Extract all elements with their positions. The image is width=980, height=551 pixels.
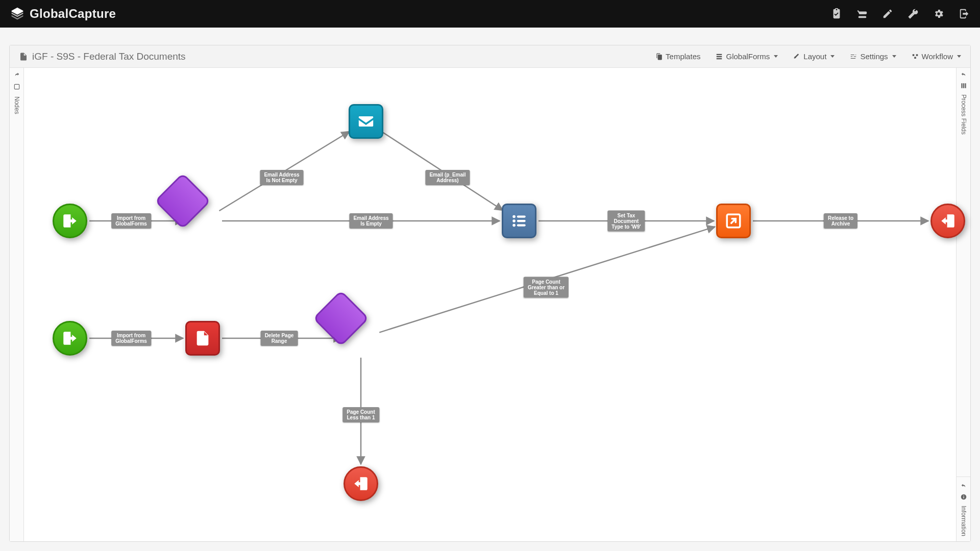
docx-icon bbox=[194, 330, 211, 347]
undo-icon[interactable] bbox=[960, 72, 967, 79]
edge-label[interactable]: Set Tax Document Type to 'W9' bbox=[607, 211, 645, 232]
menu-globalforms[interactable]: GlobalForms bbox=[716, 52, 778, 61]
rail-information[interactable]: Information bbox=[960, 483, 967, 541]
menu-layout[interactable]: Layout bbox=[793, 52, 835, 61]
workflow-wires bbox=[24, 68, 956, 541]
menu-workflow-label: Workflow bbox=[922, 52, 953, 61]
edge-label[interactable]: Email (p_Email Address) bbox=[425, 170, 470, 185]
topbar-actions bbox=[831, 8, 970, 19]
condition-node-2[interactable] bbox=[341, 318, 381, 358]
menu-templates[interactable]: Templates bbox=[655, 52, 700, 61]
export-node[interactable] bbox=[716, 204, 751, 238]
rail-nodes[interactable]: Nodes bbox=[10, 68, 24, 541]
edge-label[interactable]: Email Address Is Empty bbox=[349, 213, 393, 229]
edge-label[interactable]: Email Address Is Not Empty bbox=[260, 170, 303, 185]
menu-globalforms-label: GlobalForms bbox=[726, 52, 770, 61]
menu-workflow[interactable]: Workflow bbox=[912, 52, 961, 61]
document-icon bbox=[19, 52, 28, 61]
rail-nodes-label: Nodes bbox=[13, 96, 20, 114]
document-title: iGF - S9S - Federal Tax Documents bbox=[19, 51, 186, 62]
header-menus: Templates GlobalForms Layout Settings Wo… bbox=[655, 52, 961, 61]
menu-settings[interactable]: Settings bbox=[850, 52, 896, 61]
export-icon bbox=[725, 212, 742, 230]
scanner-icon[interactable] bbox=[856, 8, 868, 19]
rail-process-fields-label: Process Fields bbox=[960, 94, 967, 135]
square-icon[interactable] bbox=[13, 83, 20, 90]
workflow-icon bbox=[912, 53, 919, 60]
wrench-icon[interactable] bbox=[908, 8, 919, 19]
edge-label[interactable]: Import from GlobalForms bbox=[111, 213, 151, 229]
info-icon[interactable] bbox=[960, 493, 967, 500]
svg-rect-0 bbox=[14, 84, 19, 89]
brand-logo-icon bbox=[10, 7, 24, 21]
edge-label[interactable]: Delete Page Range bbox=[261, 331, 298, 346]
pencil-icon[interactable] bbox=[882, 8, 893, 19]
start-node-2[interactable] bbox=[53, 321, 87, 356]
clipboard-check-icon[interactable] bbox=[831, 8, 842, 19]
list-icon bbox=[510, 212, 528, 230]
brand: GlobalCapture bbox=[10, 7, 116, 21]
rail-process-fields[interactable]: Process Fields bbox=[960, 72, 967, 135]
import-icon bbox=[61, 212, 79, 230]
topbar: GlobalCapture bbox=[0, 0, 980, 28]
email-node[interactable] bbox=[349, 104, 383, 139]
columns-icon[interactable] bbox=[960, 82, 967, 89]
workflow-canvas[interactable]: Import from GlobalFormsEmail Address Is … bbox=[24, 68, 956, 541]
workflow-card: iGF - S9S - Federal Tax Documents Templa… bbox=[9, 45, 971, 542]
copy-icon bbox=[655, 53, 663, 60]
brush-icon bbox=[793, 53, 800, 60]
delete-page-node[interactable] bbox=[185, 321, 220, 356]
redo-icon[interactable] bbox=[13, 72, 20, 79]
exit-icon bbox=[352, 475, 370, 492]
rail-right: Process Fields Information bbox=[956, 68, 970, 541]
gear-icon[interactable] bbox=[933, 8, 944, 19]
undo-icon[interactable] bbox=[960, 483, 967, 490]
end-node-1[interactable] bbox=[930, 204, 965, 238]
edge-label[interactable]: Page Count Less than 1 bbox=[342, 407, 379, 422]
import-icon bbox=[61, 330, 79, 347]
exit-icon bbox=[939, 212, 957, 230]
menu-settings-label: Settings bbox=[860, 52, 888, 61]
svg-rect-2 bbox=[963, 496, 964, 498]
edge-label[interactable]: Import from GlobalForms bbox=[111, 331, 151, 346]
rail-information-label: Information bbox=[960, 506, 967, 536]
brand-name: GlobalCapture bbox=[30, 7, 116, 21]
menu-templates-label: Templates bbox=[666, 52, 700, 61]
set-fields-node[interactable] bbox=[502, 204, 536, 238]
form-icon bbox=[716, 53, 723, 60]
menu-layout-label: Layout bbox=[803, 52, 826, 61]
document-title-text: iGF - S9S - Federal Tax Documents bbox=[32, 51, 186, 62]
end-node-2[interactable] bbox=[344, 466, 378, 501]
logout-icon[interactable] bbox=[959, 8, 970, 19]
start-node-1[interactable] bbox=[53, 204, 87, 238]
svg-rect-3 bbox=[963, 495, 964, 495]
mail-icon bbox=[357, 113, 375, 130]
sliders-icon bbox=[850, 53, 857, 60]
edge-label[interactable]: Page Count Greater than or Equal to 1 bbox=[524, 277, 569, 298]
card-header: iGF - S9S - Federal Tax Documents Templa… bbox=[10, 45, 970, 68]
condition-node-1[interactable] bbox=[183, 201, 223, 241]
edge-label[interactable]: Release to Archive bbox=[824, 213, 857, 229]
